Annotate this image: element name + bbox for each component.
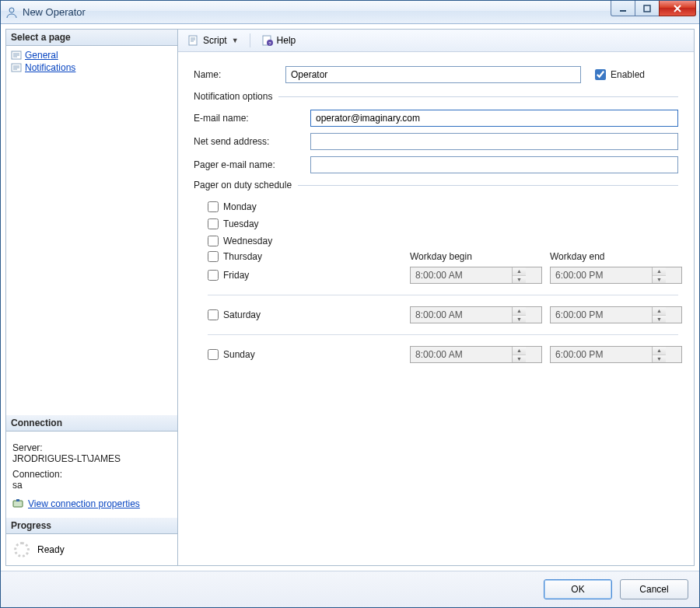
left-panel: Select a page General Notifications Conn… bbox=[5, 29, 178, 566]
help-icon: ? bbox=[261, 34, 274, 47]
spinner-up-icon[interactable]: ▲ bbox=[653, 307, 666, 316]
day-checkbox-wednesday[interactable]: Wednesday bbox=[208, 236, 402, 246]
spinner-down-icon[interactable]: ▼ bbox=[653, 355, 666, 363]
day-checkbox-friday[interactable]: Friday bbox=[208, 270, 402, 281]
page-item-notifications[interactable]: Notifications bbox=[8, 61, 176, 74]
maximize-icon bbox=[643, 5, 651, 12]
window-buttons bbox=[611, 1, 699, 23]
connection-label: Connection: bbox=[12, 469, 171, 480]
svg-point-0 bbox=[9, 8, 14, 12]
progress-status: Ready bbox=[37, 544, 65, 555]
page-label: General bbox=[25, 50, 58, 61]
operator-icon bbox=[5, 6, 18, 19]
progress-spinner-icon bbox=[14, 542, 30, 557]
workday-end-header: Workday end bbox=[550, 251, 682, 262]
titlebar: New Operator bbox=[1, 1, 699, 24]
saturday-begin-spinner[interactable]: ▲▼ bbox=[410, 306, 542, 323]
svg-rect-1 bbox=[620, 10, 626, 12]
email-input[interactable] bbox=[310, 110, 678, 127]
name-input[interactable] bbox=[285, 66, 581, 83]
email-label: E-mail name: bbox=[194, 113, 310, 124]
pager-schedule: Monday Tuesday Wednesday bbox=[208, 198, 678, 366]
schedule-separator bbox=[208, 295, 678, 295]
sunday-begin-spinner[interactable]: ▲▼ bbox=[410, 346, 542, 363]
close-icon bbox=[673, 4, 682, 13]
maximize-button[interactable] bbox=[635, 1, 660, 16]
ok-button[interactable]: OK bbox=[544, 579, 612, 599]
name-label: Name: bbox=[194, 69, 285, 80]
svg-rect-5 bbox=[13, 501, 23, 507]
spinner-down-icon[interactable]: ▼ bbox=[513, 355, 526, 363]
toolbar-separator bbox=[250, 33, 250, 47]
workday-begin-header: Workday begin bbox=[410, 251, 542, 262]
day-checkbox-saturday[interactable]: Saturday bbox=[208, 309, 402, 320]
progress-body: Ready bbox=[6, 534, 177, 565]
minimize-button[interactable] bbox=[611, 1, 635, 16]
svg-rect-6 bbox=[16, 499, 19, 501]
connection-body: Server: JRODRIGUES-LT\JAMES Connection: … bbox=[6, 432, 177, 518]
spinner-down-icon[interactable]: ▼ bbox=[513, 316, 526, 323]
enabled-checkbox-input[interactable] bbox=[595, 69, 606, 80]
friday-end-spinner[interactable]: ▲▼ bbox=[550, 267, 682, 284]
enabled-label: Enabled bbox=[611, 69, 645, 80]
script-dropdown[interactable]: Script ▼ bbox=[184, 33, 242, 48]
page-notifications-icon bbox=[11, 62, 22, 73]
progress-header: Progress bbox=[6, 518, 177, 534]
link-label: View connection properties bbox=[28, 498, 140, 509]
friday-end-input[interactable] bbox=[551, 267, 652, 283]
chevron-down-icon: ▼ bbox=[232, 37, 239, 44]
connection-value: sa bbox=[12, 480, 171, 491]
page-item-general[interactable]: General bbox=[8, 49, 176, 61]
day-checkbox-monday[interactable]: Monday bbox=[208, 201, 402, 212]
day-checkbox-sunday[interactable]: Sunday bbox=[208, 349, 402, 360]
spinner-up-icon[interactable]: ▲ bbox=[653, 267, 666, 276]
pager-email-input[interactable] bbox=[310, 156, 678, 173]
footer: OK Cancel bbox=[1, 571, 699, 607]
spinner-down-icon[interactable]: ▼ bbox=[653, 276, 666, 284]
svg-rect-7 bbox=[189, 36, 197, 45]
toolbar: Script ▼ ? Help bbox=[178, 30, 694, 52]
saturday-end-spinner[interactable]: ▲▼ bbox=[550, 306, 682, 323]
day-checkbox-tuesday[interactable]: Tuesday bbox=[208, 218, 402, 229]
content-panel: Script ▼ ? Help Name: Enabled bbox=[178, 29, 695, 566]
spinner-up-icon[interactable]: ▲ bbox=[653, 347, 666, 355]
page-label: Notifications bbox=[25, 62, 75, 73]
svg-rect-2 bbox=[644, 5, 650, 12]
connection-properties-icon bbox=[12, 498, 23, 509]
script-icon bbox=[187, 34, 200, 47]
spinner-down-icon[interactable]: ▼ bbox=[653, 316, 666, 323]
netsend-input[interactable] bbox=[310, 133, 678, 150]
form: Name: Enabled Notification options E-mai… bbox=[178, 52, 694, 565]
friday-begin-spinner[interactable]: ▲▼ bbox=[410, 267, 542, 284]
schedule-separator bbox=[208, 334, 678, 335]
pager-email-label: Pager e-mail name: bbox=[194, 159, 310, 170]
friday-begin-input[interactable] bbox=[411, 267, 512, 283]
select-page-header: Select a page bbox=[6, 30, 177, 46]
netsend-label: Net send address: bbox=[194, 136, 310, 147]
spinner-up-icon[interactable]: ▲ bbox=[513, 307, 526, 316]
help-label: Help bbox=[277, 35, 296, 46]
notification-options-legend: Notification options bbox=[194, 91, 272, 102]
spinner-up-icon[interactable]: ▲ bbox=[513, 267, 526, 276]
spinner-down-icon[interactable]: ▼ bbox=[513, 276, 526, 284]
saturday-begin-input[interactable] bbox=[411, 307, 512, 323]
help-button[interactable]: ? Help bbox=[258, 33, 299, 48]
sunday-end-spinner[interactable]: ▲▼ bbox=[550, 346, 682, 363]
page-general-icon bbox=[11, 50, 22, 61]
server-value: JRODRIGUES-LT\JAMES bbox=[12, 453, 171, 464]
view-connection-properties-link[interactable]: View connection properties bbox=[12, 498, 140, 509]
spinner-up-icon[interactable]: ▲ bbox=[513, 347, 526, 355]
close-button[interactable] bbox=[659, 1, 696, 16]
day-checkbox-thursday[interactable]: Thursday bbox=[208, 251, 402, 262]
connection-header: Connection bbox=[6, 415, 177, 432]
script-label: Script bbox=[203, 35, 227, 46]
pager-schedule-legend: Pager on duty schedule bbox=[194, 180, 292, 190]
minimize-icon bbox=[619, 5, 627, 12]
sunday-end-input[interactable] bbox=[551, 347, 652, 362]
enabled-checkbox[interactable]: Enabled bbox=[595, 69, 645, 80]
sunday-begin-input[interactable] bbox=[411, 347, 512, 362]
server-label: Server: bbox=[12, 442, 171, 453]
saturday-end-input[interactable] bbox=[551, 307, 652, 323]
cancel-button[interactable]: Cancel bbox=[620, 579, 688, 599]
page-list: General Notifications bbox=[6, 46, 177, 77]
